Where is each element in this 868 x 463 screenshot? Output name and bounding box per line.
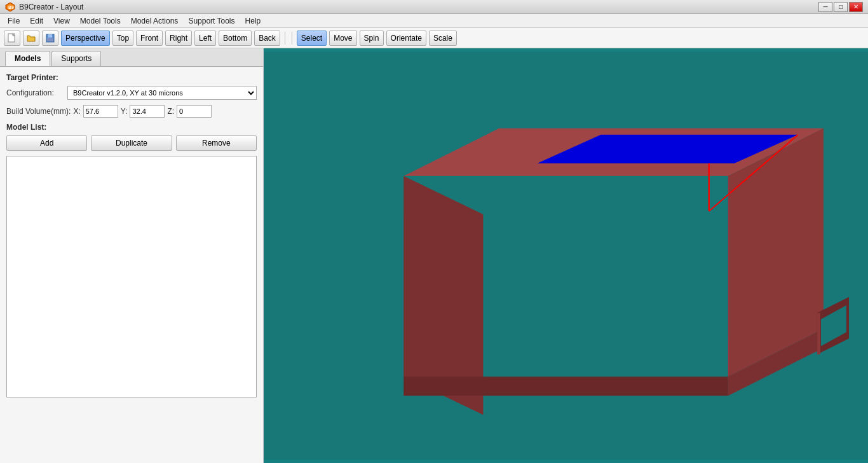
x-axis-label: X: bbox=[73, 107, 80, 116]
view-btn-perspective[interactable]: Perspective bbox=[61, 31, 110, 46]
model-list-box[interactable] bbox=[6, 156, 257, 397]
configuration-select[interactable]: B9Creator v1.2.0, XY at 30 micronsB9Crea… bbox=[67, 86, 257, 100]
configuration-row: Configuration: B9Creator v1.2.0, XY at 3… bbox=[6, 86, 257, 100]
3d-model-view bbox=[264, 48, 868, 463]
titlebar-left: B9 B9Creator - Layout bbox=[5, 2, 83, 12]
tab-models[interactable]: Models bbox=[5, 51, 50, 66]
svg-rect-7 bbox=[47, 38, 53, 41]
add-button[interactable]: Add bbox=[6, 135, 87, 151]
save-button[interactable] bbox=[42, 31, 58, 46]
menu-edit[interactable]: Edit bbox=[25, 15, 48, 27]
panel-content: Target Printer: Configuration: B9Creator… bbox=[0, 67, 263, 463]
action-btn-move[interactable]: Move bbox=[329, 31, 356, 46]
menu-model-actions[interactable]: Model Actions bbox=[126, 15, 184, 27]
menu-model-tools[interactable]: Model Tools bbox=[75, 15, 126, 27]
model-list-label: Model List: bbox=[6, 123, 257, 132]
model-action-buttons: Add Duplicate Remove bbox=[6, 135, 257, 151]
view-btn-back[interactable]: Back bbox=[254, 31, 280, 46]
left-panel: ModelsSupports Target Printer: Configura… bbox=[0, 48, 264, 463]
app-icon: B9 bbox=[5, 2, 15, 12]
viewport-3d[interactable] bbox=[264, 48, 868, 463]
build-volume-row: Build Volume(mm): X: Y: Z: bbox=[6, 105, 257, 118]
view-btn-top[interactable]: Top bbox=[112, 31, 133, 46]
duplicate-button[interactable]: Duplicate bbox=[91, 135, 172, 151]
action-btn-orientate[interactable]: Orientate bbox=[386, 31, 426, 46]
view-btn-right[interactable]: Right bbox=[165, 31, 192, 46]
y-axis-label: Y: bbox=[121, 107, 128, 116]
maximize-button[interactable]: □ bbox=[834, 2, 848, 12]
svg-marker-30 bbox=[403, 377, 728, 396]
menu-view[interactable]: View bbox=[48, 15, 75, 27]
build-z-input[interactable] bbox=[177, 105, 212, 118]
open-button[interactable] bbox=[23, 31, 39, 46]
action-btn-select[interactable]: Select bbox=[297, 31, 327, 46]
main-layout: ModelsSupports Target Printer: Configura… bbox=[0, 48, 868, 463]
titlebar: B9 B9Creator - Layout ─ □ ✕ bbox=[0, 0, 868, 14]
separator-1 bbox=[285, 32, 285, 45]
minimize-button[interactable]: ─ bbox=[818, 2, 832, 12]
view-btn-bottom[interactable]: Bottom bbox=[219, 31, 252, 46]
svg-marker-33 bbox=[817, 313, 820, 354]
tab-bar: ModelsSupports bbox=[0, 48, 263, 67]
close-button[interactable]: ✕ bbox=[849, 2, 863, 12]
svg-rect-6 bbox=[48, 34, 52, 38]
z-axis-label: Z: bbox=[167, 107, 174, 116]
new-button[interactable] bbox=[4, 31, 20, 46]
build-y-input[interactable] bbox=[130, 105, 165, 118]
menu-file[interactable]: File bbox=[3, 15, 25, 27]
view-btn-left[interactable]: Left bbox=[194, 31, 216, 46]
window-title: B9Creator - Layout bbox=[19, 3, 83, 11]
svg-text:B9: B9 bbox=[8, 5, 14, 10]
titlebar-controls: ─ □ ✕ bbox=[818, 2, 863, 12]
view-btn-front[interactable]: Front bbox=[136, 31, 163, 46]
target-printer-label: Target Printer: bbox=[6, 73, 257, 82]
configuration-label: Configuration: bbox=[6, 88, 64, 97]
tab-supports[interactable]: Supports bbox=[51, 51, 101, 66]
menu-help[interactable]: Help bbox=[240, 15, 266, 27]
remove-button[interactable]: Remove bbox=[176, 135, 257, 151]
separator-2 bbox=[292, 32, 292, 45]
toolbar: PerspectiveTopFrontRightLeftBottomBack S… bbox=[0, 28, 868, 48]
menubar: FileEditViewModel ToolsModel ActionsSupp… bbox=[0, 14, 868, 28]
build-volume-label: Build Volume(mm): bbox=[6, 107, 71, 116]
menu-support-tools[interactable]: Support Tools bbox=[183, 15, 240, 27]
build-x-input[interactable] bbox=[83, 105, 118, 118]
action-btn-spin[interactable]: Spin bbox=[360, 31, 384, 46]
action-btn-scale[interactable]: Scale bbox=[429, 31, 457, 46]
